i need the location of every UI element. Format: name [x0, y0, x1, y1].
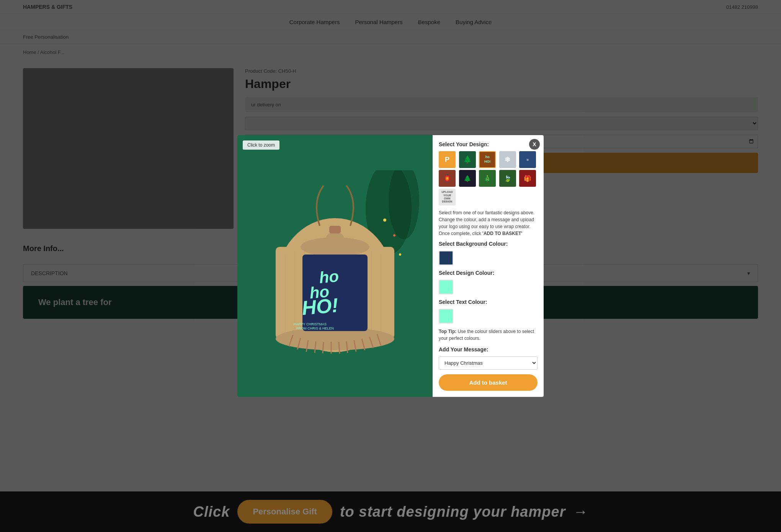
message-select[interactable]: Happy Christmas Merry Christmas Season's… — [439, 356, 538, 370]
svg-text:HO!: HO! — [301, 294, 339, 319]
design-option-P[interactable]: P — [439, 151, 456, 168]
modal-image-panel: ho ho HO! HAPPY CHRISTMAS FROM CHRIS & H… — [237, 135, 433, 397]
design-description: Select from one of our fantastic designs… — [439, 209, 538, 237]
design-option-green-tree[interactable]: 🎄 — [479, 170, 496, 187]
tip-label: Top Tip: — [439, 329, 456, 334]
text-colour-swatch[interactable] — [439, 309, 453, 323]
bg-colour-swatch[interactable] — [439, 251, 453, 265]
svg-rect-22 — [325, 232, 345, 249]
design-option-dark[interactable]: 🌲 — [459, 170, 476, 187]
design-option-tree1[interactable]: 🌲 — [459, 151, 476, 168]
svg-point-4 — [393, 234, 395, 237]
design-option-custom[interactable]: UPLOAD YOUR OWN DESIGN — [439, 189, 456, 206]
zoom-hint: Click to zoom — [243, 140, 279, 150]
design-option-holly[interactable]: 🍃 — [499, 170, 516, 187]
modal-overlay: X — [0, 0, 781, 532]
design-panel: Select Your Design: P 🌲 hoHO! ❄ ≡ 🏮 🌲 🎄 — [433, 135, 544, 397]
design-option-hoho[interactable]: hoHO! — [479, 151, 496, 168]
svg-text:FROM CHRIS & HELEN: FROM CHRIS & HELEN — [296, 326, 334, 330]
text-colour-label: Select Text Colour: — [439, 299, 538, 305]
design-option-red[interactable]: 🎁 — [519, 170, 536, 187]
design-colour-label: Select Design Colour: — [439, 270, 538, 276]
design-colour-swatch[interactable] — [439, 280, 453, 294]
desc-bold: 'ADD TO BASKET' — [482, 231, 522, 236]
add-to-basket-button[interactable]: Add to basket — [439, 374, 538, 391]
top-tip-text: Top Tip: Use the colour sliders above to… — [439, 328, 538, 342]
product-image-container: ho ho HO! HAPPY CHRISTMAS FROM CHRIS & H… — [237, 135, 433, 397]
svg-rect-23 — [329, 226, 341, 233]
design-modal: X — [237, 135, 544, 397]
svg-point-6 — [399, 253, 401, 256]
product-image-svg: ho ho HO! HAPPY CHRISTMAS FROM CHRIS & H… — [243, 170, 427, 362]
svg-line-34 — [323, 342, 324, 353]
design-option-winter[interactable]: ❄ — [499, 151, 516, 168]
message-label: Add Your Message: — [439, 346, 538, 352]
svg-line-36 — [339, 342, 340, 354]
design-option-blue[interactable]: ≡ — [519, 151, 536, 168]
svg-point-3 — [383, 219, 386, 222]
design-option-lantern[interactable]: 🏮 — [439, 170, 456, 187]
design-grid: P 🌲 hoHO! ❄ ≡ 🏮 🌲 🎄 🍃 🎁 — [439, 151, 538, 206]
svg-text:HAPPY CHRISTMAS: HAPPY CHRISTMAS — [294, 322, 327, 326]
select-design-label: Select Your Design: — [439, 141, 538, 147]
desc-prefix: Select from one of our fantastic designs… — [439, 210, 534, 215]
modal-close-button[interactable]: X — [529, 139, 540, 150]
bg-colour-label: Select Background Colour: — [439, 241, 538, 247]
